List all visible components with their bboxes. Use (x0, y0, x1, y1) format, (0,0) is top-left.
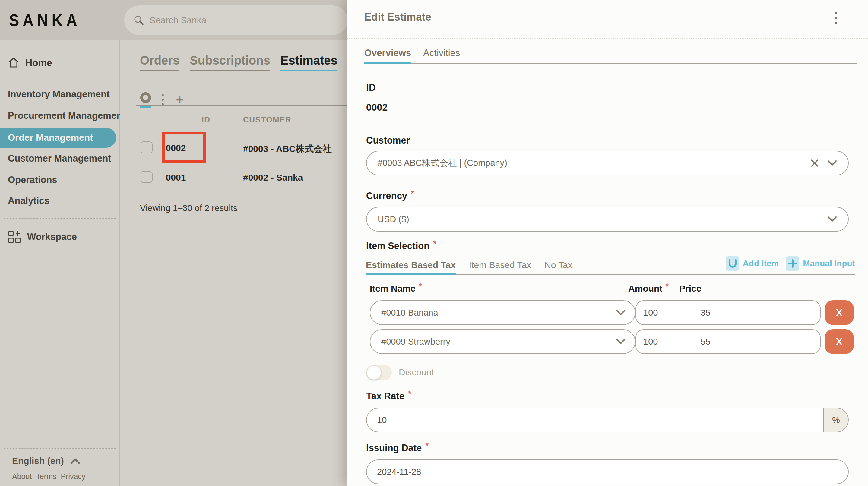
add-view-button[interactable]: + (174, 93, 186, 107)
id-label-text: ID (366, 82, 376, 93)
add-doc-icon (786, 256, 799, 271)
required-asterisk: * (411, 189, 414, 200)
customer-select[interactable]: #0003 ABC株式会社 | (Company) (366, 151, 849, 175)
sidebar-item-operations[interactable]: Operations (0, 169, 120, 191)
terms-link[interactable]: Terms (36, 472, 56, 481)
sidebar-divider (4, 77, 116, 77)
item-name-header-text: Item Name (370, 283, 415, 294)
amount-input[interactable] (636, 301, 693, 324)
id-value-text: 0002 (366, 102, 388, 113)
cell-customer[interactable]: #0002 - Sanka (243, 172, 303, 183)
panel-header-divider (347, 38, 868, 39)
cell-customer[interactable]: #0003 - ABC株式会社 (243, 143, 332, 155)
view-options-kebab-icon[interactable] (159, 93, 166, 106)
issuing-date-input[interactable] (367, 460, 848, 484)
tab-activities[interactable]: Activities (423, 47, 460, 63)
tab-estimates-based-tax[interactable]: Estimates Based Tax (366, 260, 456, 274)
toggle-knob (367, 366, 381, 380)
chevron-down-icon[interactable] (616, 309, 626, 316)
footer-links: About Terms Privacy (12, 472, 85, 481)
clear-icon[interactable] (810, 159, 819, 168)
manual-input-button[interactable]: Manual Input (786, 256, 855, 271)
customer-label-text: Customer (366, 135, 410, 146)
price-header: Price (679, 283, 701, 294)
discount-toggle[interactable] (366, 365, 392, 381)
column-header-id[interactable]: ID (170, 115, 242, 125)
workspace-label: Workspace (27, 231, 77, 242)
price-input[interactable] (693, 330, 820, 353)
tab-orders[interactable]: Orders (140, 54, 180, 71)
manual-input-label: Manual Input (803, 259, 855, 268)
panel-tabs: Overviews Activities (364, 47, 857, 64)
item-select[interactable]: #0010 Banana (370, 300, 636, 325)
currency-label-text: Currency (366, 191, 407, 201)
item-select[interactable]: #0009 Strawberry (370, 329, 636, 354)
language-selector[interactable]: English (en) (12, 456, 80, 466)
global-search[interactable] (124, 5, 347, 35)
tab-estimates[interactable]: Estimates (280, 54, 338, 71)
tax-rate-field: % (366, 408, 849, 432)
tax-rate-input[interactable] (367, 408, 824, 432)
item-select-value: #0009 Strawberry (381, 337, 616, 347)
sidebar-item-workspace[interactable]: Workspace (8, 230, 77, 244)
tab-subscriptions[interactable]: Subscriptions (190, 54, 270, 71)
required-asterisk: * (408, 389, 411, 400)
edit-estimate-panel: Edit Estimate Overviews Activities ID 00… (347, 0, 868, 486)
column-header-customer[interactable]: CUSTOMER (243, 115, 291, 125)
chevron-down-icon[interactable] (616, 338, 626, 345)
remove-item-button[interactable]: X (825, 300, 854, 325)
bag-icon (726, 256, 739, 271)
required-asterisk: * (425, 441, 429, 452)
currency-select-value: USD ($) (378, 214, 827, 224)
currency-label: Currency * (366, 191, 414, 201)
sidebar-item-label: Operations (8, 174, 57, 186)
item-select-value: #0010 Banana (381, 308, 616, 318)
panel-title: Edit Estimate (364, 11, 431, 23)
percent-suffix: % (824, 408, 848, 432)
chevron-down-icon[interactable] (827, 160, 837, 166)
panel-menu-kebab-icon[interactable] (832, 10, 840, 26)
about-link[interactable]: About (12, 472, 32, 481)
sidebar-item-analytics[interactable]: Analytics (0, 190, 120, 212)
required-asterisk: * (665, 282, 669, 292)
price-input[interactable] (693, 301, 820, 324)
remove-item-button[interactable]: X (825, 329, 854, 354)
amount-input[interactable] (636, 330, 693, 353)
customer-select-value: #0003 ABC株式会社 | (Company) (378, 157, 810, 169)
sidebar-home-label: Home (25, 57, 52, 68)
chevron-up-icon (70, 458, 80, 464)
amount-header-text: Amount (628, 283, 662, 294)
sidebar-item-procurement[interactable]: Procurement Management (0, 105, 120, 126)
required-asterisk: * (433, 239, 436, 250)
privacy-link[interactable]: Privacy (61, 472, 85, 481)
view-tab-icon (140, 92, 151, 103)
tab-item-based-tax[interactable]: Item Based Tax (469, 260, 531, 274)
issuing-date-label-text: Issuing Date (366, 443, 422, 453)
module-tabs: Orders Subscriptions Estimates (140, 54, 338, 71)
item-actions: Add Item Manual Input (726, 256, 855, 274)
tab-overviews[interactable]: Overviews (364, 47, 411, 63)
add-item-button[interactable]: Add Item (726, 256, 779, 271)
sidebar-item-home[interactable]: Home (8, 56, 52, 69)
sidebar-item-label: Inventory Management (8, 89, 110, 100)
sidebar-item-customer-management[interactable]: Customer Management (0, 148, 120, 169)
search-input[interactable] (150, 15, 331, 25)
tab-no-tax[interactable]: No Tax (545, 260, 572, 274)
id-label: ID (366, 82, 376, 93)
sidebar-item-inventory[interactable]: Inventory Management (0, 84, 120, 105)
amount-header: Amount * (628, 283, 669, 294)
id-value: 0002 (366, 102, 388, 113)
item-name-header: Item Name * (370, 283, 422, 294)
sanka-logo: SANKA (9, 10, 81, 30)
sidebar-item-order-management[interactable]: Order Management (0, 128, 116, 148)
amount-price-group (636, 300, 820, 325)
currency-select[interactable]: USD ($) (366, 207, 849, 231)
results-count: Viewing 1–30 of 2 results (140, 203, 238, 213)
add-item-label: Add Item (743, 259, 779, 268)
sidebar-item-label: Customer Management (8, 153, 111, 164)
cell-id[interactable]: 0001 (140, 172, 212, 183)
sidebar: Home Inventory Management Procurement Ma… (0, 40, 120, 486)
tax-mode-tabs: Estimates Based Tax Item Based Tax No Ta… (366, 256, 855, 275)
chevron-down-icon[interactable] (827, 216, 837, 223)
sidebar-item-label: Procurement Management (8, 110, 120, 121)
